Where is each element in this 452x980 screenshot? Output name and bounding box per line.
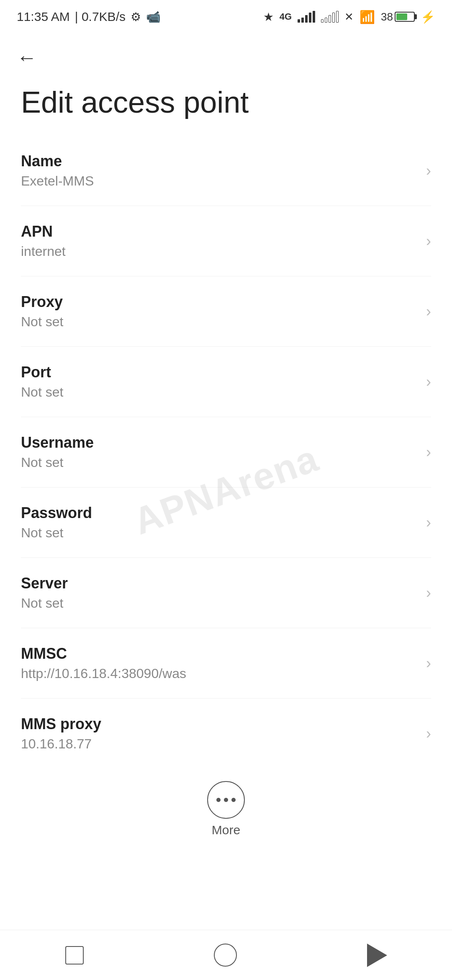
settings-item-mms-proxy-content: MMS proxy 10.16.18.77 — [21, 715, 418, 752]
settings-item-mms-proxy-value: 10.16.18.77 — [21, 736, 418, 752]
bottom-nav — [0, 930, 452, 980]
video-icon: 📹 — [146, 10, 161, 24]
bluetooth-icon: ★ — [263, 10, 274, 24]
settings-item-mmsc-value: http://10.16.18.4:38090/was — [21, 666, 418, 681]
settings-list: Name Exetel-MMS › APN internet › Proxy N… — [0, 136, 452, 769]
settings-item-password-label: Password — [21, 504, 418, 522]
nav-recents-button[interactable] — [65, 946, 84, 965]
settings-item-apn-value: internet — [21, 244, 418, 259]
nav-home-button[interactable] — [214, 944, 237, 967]
chevron-icon-server: › — [426, 584, 431, 602]
settings-item-mms-proxy[interactable]: MMS proxy 10.16.18.77 › — [21, 699, 431, 769]
more-dot-2 — [224, 798, 228, 802]
settings-item-name-value: Exetel-MMS — [21, 173, 418, 189]
speed-display: | 0.7KB/s — [75, 10, 126, 24]
signal-cross-icon: ✕ — [344, 10, 354, 23]
chevron-icon-username: › — [426, 444, 431, 461]
settings-item-username-label: Username — [21, 434, 418, 451]
settings-item-server[interactable]: Server Not set › — [21, 558, 431, 628]
settings-item-mmsc[interactable]: MMSC http://10.16.18.4:38090/was › — [21, 628, 431, 699]
battery-box — [395, 12, 415, 22]
chevron-icon-port: › — [426, 373, 431, 391]
battery-fill — [396, 13, 407, 20]
chevron-icon-password: › — [426, 514, 431, 531]
settings-item-apn[interactable]: APN internet › — [21, 206, 431, 276]
battery-percent: 38 — [381, 10, 393, 23]
signal-4g-label: 4G — [280, 11, 292, 22]
settings-item-password[interactable]: Password Not set › — [21, 487, 431, 558]
settings-item-proxy-value: Not set — [21, 314, 418, 330]
status-right: ★ 4G ✕ 📶 38 ⚡ — [263, 10, 435, 24]
settings-item-name[interactable]: Name Exetel-MMS › — [21, 136, 431, 206]
settings-item-server-content: Server Not set — [21, 575, 418, 611]
back-icon — [367, 944, 387, 967]
settings-item-mms-proxy-label: MMS proxy — [21, 715, 418, 733]
chevron-icon-mms-proxy: › — [426, 725, 431, 743]
battery-container: 38 — [381, 10, 415, 23]
status-left: 11:35 AM | 0.7KB/s ⚙ 📹 — [17, 10, 161, 24]
settings-item-username-value: Not set — [21, 455, 418, 470]
chevron-icon-apn: › — [426, 232, 431, 250]
chevron-icon-name: › — [426, 162, 431, 180]
settings-item-name-content: Name Exetel-MMS — [21, 152, 418, 189]
home-icon — [214, 944, 237, 967]
more-button[interactable] — [207, 781, 245, 819]
settings-item-name-label: Name — [21, 152, 418, 170]
settings-item-port-value: Not set — [21, 384, 418, 400]
status-bar: 11:35 AM | 0.7KB/s ⚙ 📹 ★ 4G ✕ 📶 38 — [0, 0, 452, 34]
settings-item-mmsc-content: MMSC http://10.16.18.4:38090/was — [21, 645, 418, 681]
nav-back-button[interactable] — [367, 944, 387, 967]
settings-item-port[interactable]: Port Not set › — [21, 347, 431, 417]
chevron-icon-mmsc: › — [426, 655, 431, 672]
settings-item-server-value: Not set — [21, 596, 418, 611]
settings-item-port-label: Port — [21, 364, 418, 381]
settings-item-mmsc-label: MMSC — [21, 645, 418, 663]
chevron-icon-proxy: › — [426, 303, 431, 320]
settings-item-password-content: Password Not set — [21, 504, 418, 541]
header: ← — [0, 34, 452, 77]
wifi-icon: 📶 — [360, 10, 375, 24]
settings-item-port-content: Port Not set — [21, 364, 418, 400]
more-dot-3 — [231, 798, 236, 802]
settings-item-apn-label: APN — [21, 223, 418, 240]
signal-bars-2 — [321, 11, 339, 23]
settings-item-proxy[interactable]: Proxy Not set › — [21, 276, 431, 347]
time-display: 11:35 AM — [17, 10, 70, 24]
more-area: More — [0, 769, 452, 846]
settings-item-proxy-content: Proxy Not set — [21, 293, 418, 330]
more-dots-icon — [216, 798, 236, 802]
recents-icon — [65, 946, 84, 965]
settings-item-proxy-label: Proxy — [21, 293, 418, 311]
settings-icon: ⚙ — [131, 10, 141, 24]
signal-bars-1 — [298, 11, 315, 23]
more-label: More — [212, 823, 240, 837]
back-button[interactable]: ← — [13, 42, 41, 73]
settings-item-server-label: Server — [21, 575, 418, 592]
more-dot-1 — [216, 798, 221, 802]
settings-item-username[interactable]: Username Not set › — [21, 417, 431, 487]
charging-icon: ⚡ — [421, 10, 435, 24]
page-title: Edit access point — [21, 86, 431, 119]
page-title-container: Edit access point — [0, 77, 452, 136]
settings-item-username-content: Username Not set — [21, 434, 418, 470]
settings-item-apn-content: APN internet — [21, 223, 418, 259]
settings-item-password-value: Not set — [21, 525, 418, 541]
